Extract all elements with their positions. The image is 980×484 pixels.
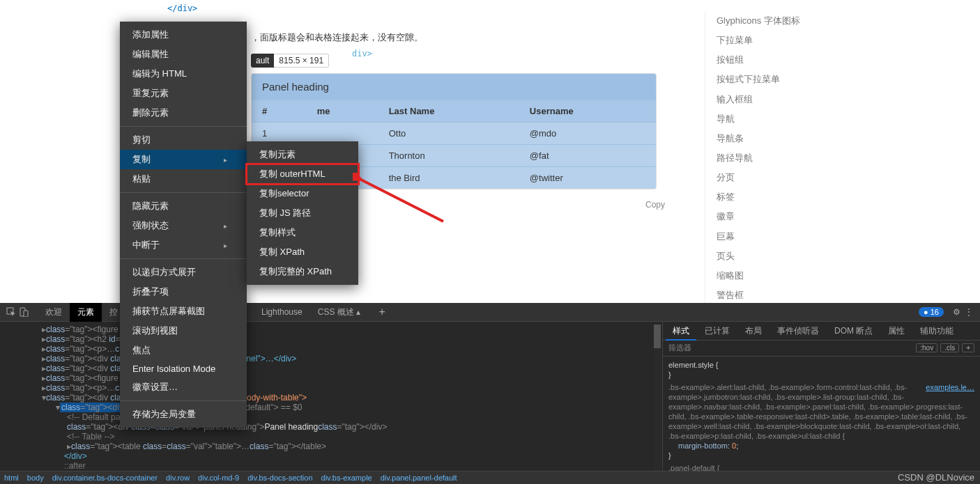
plus-icon[interactable]: + xyxy=(376,306,388,318)
source-link[interactable]: examples.le… xyxy=(926,382,974,392)
elements-line[interactable]: <!-- Table --> xyxy=(32,432,662,442)
rule-selector[interactable]: .bs-example>.alert:last-child, .bs-examp… xyxy=(668,383,967,440)
css-declaration[interactable]: margin-bottom: 0; xyxy=(668,441,974,451)
gear-icon[interactable]: ⚙ xyxy=(951,306,962,318)
sidebar-item[interactable]: 分页 xyxy=(717,168,980,187)
menu-item[interactable]: 滚动到视图 xyxy=(120,321,247,341)
menu-item[interactable]: 删除元素 xyxy=(120,103,247,123)
styles-pane[interactable]: 样式已计算布局事件侦听器DOM 断点属性辅助功能 筛选器 :hov .cls +… xyxy=(662,322,980,471)
chevron-right-icon: ▸ xyxy=(224,242,227,249)
inspect-icon[interactable] xyxy=(6,306,17,318)
code-fragment: </div> xyxy=(167,3,197,13)
devtools-tab[interactable]: 元素 xyxy=(70,303,102,322)
menu-item[interactable]: 复制完整的 XPath xyxy=(247,262,358,281)
styles-tab[interactable]: 属性 xyxy=(881,322,912,341)
scrollbar[interactable] xyxy=(654,325,661,471)
menu-item[interactable]: 添加属性 xyxy=(120,25,247,45)
styles-tabbar[interactable]: 样式已计算布局事件侦听器DOM 断点属性辅助功能 xyxy=(663,322,980,341)
breadcrumb-item[interactable]: div.panel.panel-default xyxy=(381,474,457,482)
menu-item[interactable]: 焦点 xyxy=(120,341,247,360)
scrollbar-thumb[interactable] xyxy=(654,325,661,348)
breadcrumb-item[interactable]: div.bs-docs-section xyxy=(247,474,312,482)
menu-item[interactable]: 强制状态▸ xyxy=(120,216,247,235)
context-menu-copy[interactable]: 复制元素复制 outerHTML复制selector复制 JS 路径复制样式复制… xyxy=(247,141,358,285)
svg-rect-2 xyxy=(24,311,28,317)
menu-item[interactable]: 重复元素 xyxy=(120,84,247,103)
table-header: Username xyxy=(519,100,656,123)
breadcrumb-item[interactable]: div.row xyxy=(166,474,190,482)
menu-item[interactable]: Enter Isolation Mode xyxy=(120,360,247,377)
sidebar-item[interactable]: 下拉菜单 xyxy=(717,31,980,50)
styles-tab[interactable]: DOM 断点 xyxy=(827,322,880,341)
issues-badge[interactable]: ● 16 xyxy=(919,307,944,317)
styles-tab[interactable]: 事件侦听器 xyxy=(770,322,826,341)
cls-toggle[interactable]: .cls xyxy=(940,343,959,352)
rule-selector[interactable]: .panel-default { xyxy=(668,463,974,471)
styles-filter-bar[interactable]: 筛选器 :hov .cls + xyxy=(663,341,980,357)
menu-item[interactable]: 复制 outerHTML xyxy=(247,164,358,184)
elements-line[interactable]: ▸class="tag"><table class=class="val">"t… xyxy=(32,442,662,451)
sidebar-item[interactable]: 缩略图 xyxy=(717,266,980,286)
sidebar-item[interactable]: 导航条 xyxy=(717,129,980,148)
menu-item[interactable]: 隐藏元素 xyxy=(120,196,247,216)
devtools-tab[interactable]: CSS 概述 ▴ xyxy=(310,303,368,322)
copy-link[interactable]: Copy xyxy=(645,200,665,210)
devtools-tab[interactable]: Lighthouse xyxy=(254,303,310,322)
sidebar-item[interactable]: 标签 xyxy=(717,187,980,207)
menu-item[interactable]: 折叠子项 xyxy=(120,282,247,302)
menu-item[interactable]: 复制元素 xyxy=(247,145,358,164)
sidebar-item[interactable]: 警告框 xyxy=(717,286,980,303)
menu-item[interactable]: 以递归方式展开 xyxy=(120,263,247,282)
menu-item[interactable]: 复制样式 xyxy=(247,223,358,242)
menu-item[interactable]: 编辑属性 xyxy=(120,45,247,64)
sidebar-item[interactable]: 按钮组 xyxy=(717,50,980,70)
styles-tab[interactable]: 布局 xyxy=(738,322,769,341)
sidebar-item[interactable]: 输入框组 xyxy=(717,90,980,109)
sidebar-item[interactable]: 页头 xyxy=(717,247,980,266)
menu-item[interactable]: 编辑为 HTML xyxy=(120,64,247,84)
sidebar-item[interactable]: 路径导航 xyxy=(717,148,980,168)
rule-selector[interactable]: element.style { xyxy=(668,360,974,370)
sidebar-item[interactable]: 徽章 xyxy=(717,207,980,226)
table-header: me xyxy=(307,100,378,123)
sidebar-item[interactable]: Glyphicons 字体图标 xyxy=(717,11,980,31)
elements-line[interactable]: </div> xyxy=(32,451,662,461)
menu-item[interactable]: 粘贴 xyxy=(120,169,247,189)
sidebar-item[interactable]: 巨幕 xyxy=(717,227,980,247)
device-icon[interactable] xyxy=(18,306,29,318)
table-cell: Thornton xyxy=(378,145,519,167)
menu-item[interactable]: 存储为全局变量 xyxy=(120,405,247,424)
sidebar-item[interactable]: 按钮式下拉菜单 xyxy=(717,70,980,89)
breadcrumb[interactable]: htmlbodydiv.container.bs-docs-containerd… xyxy=(0,471,980,484)
sidebar-item[interactable]: 导航 xyxy=(717,109,980,129)
styles-tab[interactable]: 辅助功能 xyxy=(913,322,960,341)
devtools-tab[interactable]: 欢迎 xyxy=(38,303,70,322)
breadcrumb-item[interactable]: div.bs-example xyxy=(321,474,372,482)
kebab-icon[interactable]: ⋮ xyxy=(963,306,974,318)
filter-input[interactable]: 筛选器 xyxy=(668,343,913,353)
menu-item[interactable]: 复制selector xyxy=(247,184,358,203)
styles-tab[interactable]: 样式 xyxy=(666,322,696,341)
hov-toggle[interactable]: :hov xyxy=(916,343,937,352)
table-header: Last Name xyxy=(378,100,519,123)
menu-item[interactable]: 徽章设置… xyxy=(120,377,247,397)
tooltip-label: ault xyxy=(251,54,274,68)
breadcrumb-item[interactable]: body xyxy=(27,474,44,482)
styles-tab[interactable]: 已计算 xyxy=(698,322,737,341)
docs-sidebar[interactable]: Glyphicons 字体图标下拉菜单按钮组按钮式下拉菜单输入框组导航导航条路径… xyxy=(705,11,980,303)
menu-item[interactable]: 捕获节点屏幕截图 xyxy=(120,302,247,321)
new-rule-icon[interactable]: + xyxy=(962,343,974,352)
menu-item[interactable]: 复制 JS 路径 xyxy=(247,203,358,223)
css-rules[interactable]: element.style { } examples.le….bs-exampl… xyxy=(663,357,980,471)
menu-item[interactable]: 复制 XPath xyxy=(247,242,358,262)
menu-item[interactable]: 剪切 xyxy=(120,130,247,150)
breadcrumb-item[interactable]: div.container.bs-docs-container xyxy=(52,474,158,482)
breadcrumb-item[interactable]: div.col-md-9 xyxy=(198,474,239,482)
table-cell: @fat xyxy=(519,145,656,167)
elements-line[interactable]: ::after xyxy=(32,461,662,471)
menu-item[interactable]: 中断于▸ xyxy=(120,235,247,255)
breadcrumb-item[interactable]: html xyxy=(4,474,19,482)
menu-item[interactable]: 复制▸ xyxy=(120,150,247,169)
context-menu-main[interactable]: 添加属性编辑属性编辑为 HTML重复元素删除元素剪切复制▸粘贴隐藏元素强制状态▸… xyxy=(120,22,247,428)
elements-tree[interactable]: ▸class="tag"><figure class= …▸class="tag… xyxy=(0,322,662,471)
